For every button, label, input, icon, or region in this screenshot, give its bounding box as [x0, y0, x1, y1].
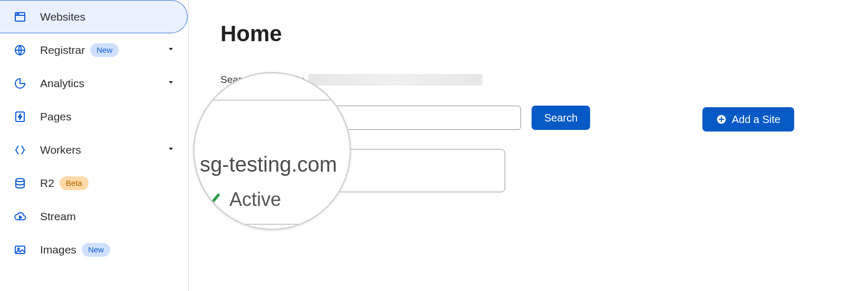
chevron-down-icon: [167, 145, 175, 155]
search-button[interactable]: Search: [532, 106, 590, 130]
site-status-text: Active: [229, 189, 281, 211]
badge-beta: Beta: [60, 176, 89, 190]
sidebar-item-images[interactable]: Images New: [0, 233, 188, 266]
account-name-redacted: [308, 74, 483, 86]
svg-point-5: [16, 179, 24, 182]
globe-icon: [14, 44, 26, 57]
sidebar-item-pages[interactable]: Pages: [0, 100, 188, 133]
svg-point-1: [17, 13, 17, 14]
sidebar-item-label: R2: [40, 177, 54, 190]
sidebar-item-stream[interactable]: Stream: [0, 200, 188, 233]
site-domain: sg-testing.com: [200, 153, 337, 176]
bolt-icon: [14, 110, 26, 123]
hex-icon: [14, 144, 26, 156]
sidebar-item-registrar[interactable]: Registrar New: [0, 33, 188, 67]
badge-new: New: [90, 43, 119, 57]
badge-new: New: [82, 243, 110, 257]
sidebar-item-label: Pages: [40, 110, 72, 123]
sidebar-item-label: Registrar: [40, 44, 85, 57]
sidebar-item-websites[interactable]: Websites: [0, 0, 188, 33]
svg-point-7: [17, 248, 19, 249]
add-site-label: Add a Site: [732, 114, 780, 126]
page-title: Home: [220, 21, 836, 46]
chevron-down-icon: [167, 79, 175, 88]
add-site-button[interactable]: Add a Site: [702, 107, 794, 132]
cloud-icon: [14, 210, 26, 223]
image-icon: [14, 243, 26, 256]
sidebar-item-label: Stream: [40, 210, 76, 223]
sidebar-item-label: Images: [40, 243, 76, 256]
plus-circle-icon: [716, 114, 727, 125]
sidebar: Websites Registrar New Analytics Pages: [0, 0, 189, 291]
svg-point-2: [18, 13, 19, 14]
sidebar-item-label: Websites: [40, 11, 85, 23]
sidebar-item-workers[interactable]: Workers: [0, 133, 188, 166]
lens-divider: [195, 100, 350, 100]
db-icon: [14, 177, 26, 190]
sidebar-item-label: Analytics: [40, 77, 84, 90]
chevron-down-icon: [167, 45, 175, 55]
sidebar-item-analytics[interactable]: Analytics: [0, 67, 188, 100]
browser-icon: [14, 11, 26, 23]
piechart-icon: [14, 77, 26, 90]
sidebar-item-label: Workers: [40, 144, 81, 156]
sidebar-item-r2[interactable]: R2 Beta: [0, 166, 188, 200]
zoom-lens: sg-testing.com Active: [193, 72, 351, 230]
